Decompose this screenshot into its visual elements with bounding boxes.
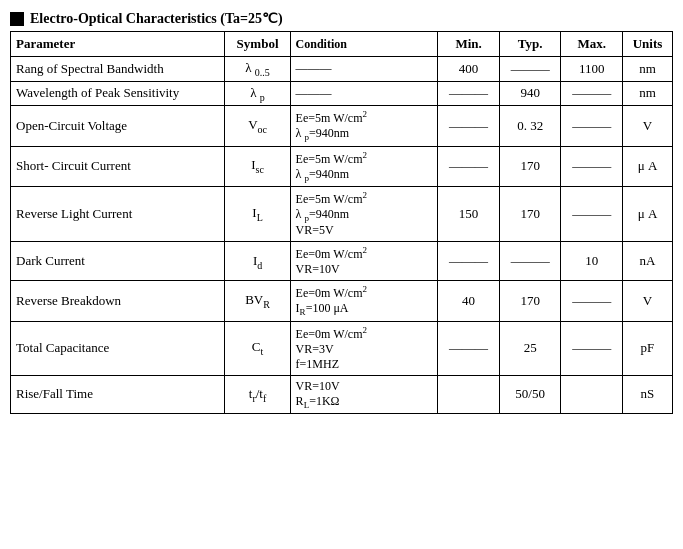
cell-parameter: Rang of Spectral Bandwidth [11, 57, 225, 82]
cell-max: ——— [561, 106, 623, 146]
table-row: Dark CurrentIdEe=0m W/cm2VR=10V——————10n… [11, 242, 673, 281]
cell-max: 1100 [561, 57, 623, 82]
table-row: Rang of Spectral Bandwidthλ 0..5———400——… [11, 57, 673, 82]
cell-units: nS [622, 375, 672, 413]
col-header-typ: Typ. [499, 32, 561, 57]
cell-condition: Ee=0m W/cm2IR=100 μA [290, 281, 438, 321]
cell-symbol: tr/tf [225, 375, 290, 413]
cell-units: pF [622, 321, 672, 375]
cell-typ: 25 [499, 321, 561, 375]
table-row: Total CapacitanceCtEe=0m W/cm2VR=3Vf=1MH… [11, 321, 673, 375]
cell-min: ——— [438, 242, 500, 281]
cell-condition: Ee=5m W/cm2λ p=940nm [290, 146, 438, 186]
cell-max [561, 375, 623, 413]
table-title: Electro-Optical Characteristics (Ta=25℃) [10, 10, 673, 27]
cell-max: ——— [561, 146, 623, 186]
cell-max: ——— [561, 186, 623, 241]
cell-condition: Ee=5m W/cm2λ p=940nm [290, 106, 438, 146]
cell-min: 40 [438, 281, 500, 321]
col-header-condition: Condition [290, 32, 438, 57]
cell-min: ——— [438, 106, 500, 146]
cell-units: V [622, 106, 672, 146]
cell-max: ——— [561, 81, 623, 106]
cell-max: ——— [561, 321, 623, 375]
table-row: Short- Circuit CurrentIscEe=5m W/cm2λ p=… [11, 146, 673, 186]
cell-symbol: λ 0..5 [225, 57, 290, 82]
col-header-parameter: Parameter [11, 32, 225, 57]
cell-parameter: Dark Current [11, 242, 225, 281]
cell-condition: Ee=0m W/cm2VR=3Vf=1MHZ [290, 321, 438, 375]
cell-units: μ A [622, 186, 672, 241]
cell-condition: Ee=0m W/cm2VR=10V [290, 242, 438, 281]
cell-typ: 170 [499, 281, 561, 321]
cell-typ: 170 [499, 186, 561, 241]
cell-typ: 0. 32 [499, 106, 561, 146]
cell-typ: 170 [499, 146, 561, 186]
col-header-units: Units [622, 32, 672, 57]
cell-units: nm [622, 81, 672, 106]
cell-units: nm [622, 57, 672, 82]
cell-condition: ——— [290, 57, 438, 82]
col-header-min: Min. [438, 32, 500, 57]
cell-symbol: Id [225, 242, 290, 281]
cell-parameter: Reverse Light Current [11, 186, 225, 241]
cell-symbol: Isc [225, 146, 290, 186]
cell-min: ——— [438, 81, 500, 106]
cell-parameter: Short- Circuit Current [11, 146, 225, 186]
col-header-symbol: Symbol [225, 32, 290, 57]
cell-symbol: λ p [225, 81, 290, 106]
cell-condition: Ee=5m W/cm2λ p=940nmVR=5V [290, 186, 438, 241]
cell-max: 10 [561, 242, 623, 281]
cell-condition: ——— [290, 81, 438, 106]
cell-parameter: Open-Circuit Voltage [11, 106, 225, 146]
cell-units: μ A [622, 146, 672, 186]
cell-symbol: IL [225, 186, 290, 241]
table-row: Rise/Fall Timetr/tfVR=10VRL=1KΩ50/50nS [11, 375, 673, 413]
cell-condition: VR=10VRL=1KΩ [290, 375, 438, 413]
cell-typ: ——— [499, 57, 561, 82]
table-row: Open-Circuit VoltageVocEe=5m W/cm2λ p=94… [11, 106, 673, 146]
cell-min: 150 [438, 186, 500, 241]
cell-typ: 50/50 [499, 375, 561, 413]
cell-units: V [622, 281, 672, 321]
col-header-max: Max. [561, 32, 623, 57]
cell-symbol: Ct [225, 321, 290, 375]
cell-parameter: Wavelength of Peak Sensitivity [11, 81, 225, 106]
cell-units: nA [622, 242, 672, 281]
cell-symbol: BVR [225, 281, 290, 321]
cell-min: ——— [438, 146, 500, 186]
cell-parameter: Rise/Fall Time [11, 375, 225, 413]
cell-parameter: Reverse Breakdown [11, 281, 225, 321]
cell-max: ——— [561, 281, 623, 321]
table-row: Reverse BreakdownBVREe=0m W/cm2IR=100 μA… [11, 281, 673, 321]
cell-parameter: Total Capacitance [11, 321, 225, 375]
table-row: Reverse Light CurrentILEe=5m W/cm2λ p=94… [11, 186, 673, 241]
cell-min [438, 375, 500, 413]
cell-typ: 940 [499, 81, 561, 106]
cell-min: ——— [438, 321, 500, 375]
cell-symbol: Voc [225, 106, 290, 146]
title-icon [10, 12, 24, 26]
characteristics-table: Parameter Symbol Condition Min. Typ. Max… [10, 31, 673, 414]
cell-typ: ——— [499, 242, 561, 281]
table-row: Wavelength of Peak Sensitivityλ p——————9… [11, 81, 673, 106]
cell-min: 400 [438, 57, 500, 82]
